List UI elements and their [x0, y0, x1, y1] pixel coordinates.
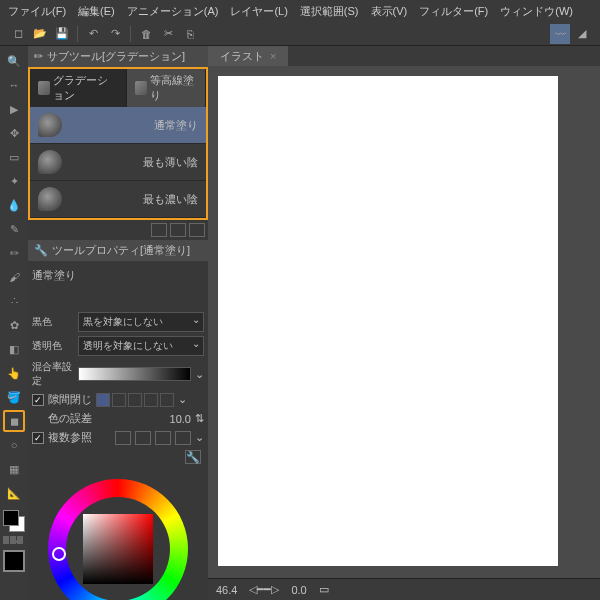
new-icon[interactable]: ◻ — [8, 24, 28, 44]
trans-dropdown[interactable]: 透明を対象にしない — [78, 336, 204, 356]
zoom-value[interactable]: 46.4 — [216, 584, 237, 596]
brush-tool-icon[interactable]: 🖌 — [3, 266, 25, 288]
canvas-area: イラスト × 46.4 ◁━━▷ 0.0 ▭ — [208, 46, 600, 600]
subtool-label: 最も濃い陰 — [68, 192, 198, 207]
gap-color-1[interactable] — [96, 393, 110, 407]
multi-checkbox[interactable] — [32, 432, 44, 444]
sv-box[interactable] — [83, 514, 153, 584]
subtool-area: グラデーション 等高線塗り 通常塗り 最も薄い陰 最も濃い陰 — [28, 67, 208, 220]
menu-view[interactable]: 表示(V) — [371, 4, 408, 19]
canvas-tab[interactable]: イラスト × — [208, 46, 288, 66]
menu-anim[interactable]: アニメーション(A) — [127, 4, 219, 19]
hue-cursor[interactable] — [52, 547, 66, 561]
prop-trans: 透明色 — [32, 339, 74, 353]
blend-gradient[interactable] — [78, 367, 191, 381]
layer-move-tool-icon[interactable]: ✥ — [3, 122, 25, 144]
menu-window[interactable]: ウィンドウ(W) — [500, 4, 573, 19]
menu-layer[interactable]: レイヤー(L) — [230, 4, 287, 19]
gap-checkbox[interactable] — [32, 394, 44, 406]
zoom-tool-icon[interactable]: 🔍 — [3, 50, 25, 72]
save-icon[interactable]: 💾 — [52, 24, 72, 44]
deco-tool-icon[interactable]: ✿ — [3, 314, 25, 336]
cut-icon[interactable]: ✂ — [158, 24, 178, 44]
mini-swatches[interactable] — [3, 536, 25, 546]
subtool-normal[interactable]: 通常塗り — [30, 107, 206, 144]
gradation-icon — [38, 81, 50, 95]
current-color[interactable] — [3, 550, 25, 572]
divider — [130, 26, 131, 42]
tab-label: グラデーション — [53, 73, 119, 103]
operation-tool-icon[interactable]: ▶ — [3, 98, 25, 120]
pencil-tool-icon[interactable]: ✏ — [3, 242, 25, 264]
undo-icon[interactable]: ↶ — [83, 24, 103, 44]
fg-color[interactable] — [3, 510, 19, 526]
toolprop-title: ツールプロパティ[通常塗り] — [52, 243, 190, 258]
stepper-icon[interactable]: ⇅ — [195, 412, 204, 425]
tab-contour[interactable]: 等高線塗り — [127, 69, 206, 107]
eyedropper-tool-icon[interactable]: 💧 — [3, 194, 25, 216]
fit-icon[interactable]: ▭ — [319, 583, 329, 596]
menu-select[interactable]: 選択範囲(S) — [300, 4, 359, 19]
brush-icon — [38, 150, 62, 174]
marquee-tool-icon[interactable]: ▭ — [3, 146, 25, 168]
gap-color-2[interactable] — [112, 393, 126, 407]
subtool-label: 通常塗り — [68, 118, 198, 133]
zoom-slider-icon[interactable]: ◁━━▷ — [249, 583, 279, 596]
ref1-icon[interactable] — [115, 431, 131, 445]
brush-icon — [38, 187, 62, 211]
snap-icon[interactable]: 〰 — [550, 24, 570, 44]
copy-icon[interactable]: ⎘ — [180, 24, 200, 44]
subtool-dark-shadow[interactable]: 最も濃い陰 — [30, 181, 206, 218]
eraser-tool-icon[interactable]: ◧ — [3, 338, 25, 360]
blend-tool-icon[interactable]: 👆 — [3, 362, 25, 384]
figure-tool-icon[interactable]: ○ — [3, 434, 25, 456]
wand-tool-icon[interactable]: ✦ — [3, 170, 25, 192]
redo-icon[interactable]: ↷ — [105, 24, 125, 44]
ref3-icon[interactable] — [155, 431, 171, 445]
wrench-icon[interactable]: 🔧 — [185, 450, 201, 464]
fg-bg-swatch[interactable] — [3, 510, 25, 532]
black-dropdown[interactable]: 黒を対象にしない — [78, 312, 204, 332]
chevron-icon[interactable]: ⌄ — [195, 431, 204, 444]
gap-color-3[interactable] — [128, 393, 142, 407]
menubar: ファイル(F) 編集(E) アニメーション(A) レイヤー(L) 選択範囲(S)… — [0, 0, 600, 22]
subtool-label: 最も薄い陰 — [68, 155, 198, 170]
contour-icon — [135, 81, 147, 95]
canvas-tab-label: イラスト — [220, 49, 264, 64]
angle-value[interactable]: 0.0 — [291, 584, 306, 596]
move-tool-icon[interactable]: ↔ — [3, 74, 25, 96]
delete-icon[interactable]: 🗑 — [136, 24, 156, 44]
delete-subtool-icon[interactable] — [189, 223, 205, 237]
frame-tool-icon[interactable]: ▦ — [3, 458, 25, 480]
duplicate-icon[interactable] — [151, 223, 167, 237]
menu-edit[interactable]: 編集(E) — [78, 4, 115, 19]
gap-color-4[interactable] — [144, 393, 158, 407]
gap-color-5[interactable] — [160, 393, 174, 407]
tol-value[interactable]: 10.0 — [159, 413, 191, 425]
canvas[interactable] — [218, 76, 558, 566]
left-panels: ✏サブツール[グラデーション] グラデーション 等高線塗り 通常塗り 最も薄い陰… — [28, 46, 208, 600]
brush-icon — [38, 113, 62, 137]
statusbar: 46.4 ◁━━▷ 0.0 ▭ — [208, 578, 600, 600]
open-icon[interactable]: 📂 — [30, 24, 50, 44]
gradient-tool-icon[interactable]: ◼ — [3, 410, 25, 432]
pen-tool-icon[interactable]: ✎ — [3, 218, 25, 240]
menu-file[interactable]: ファイル(F) — [8, 4, 66, 19]
chevron-icon[interactable]: ⌄ — [195, 368, 204, 381]
menu-filter[interactable]: フィルター(F) — [419, 4, 488, 19]
tab-gradation[interactable]: グラデーション — [30, 69, 127, 107]
color-swatches — [3, 510, 25, 572]
airbrush-tool-icon[interactable]: ∴ — [3, 290, 25, 312]
chevron-icon[interactable]: ⌄ — [178, 393, 187, 406]
ref4-icon[interactable] — [175, 431, 191, 445]
close-icon[interactable]: × — [270, 50, 276, 62]
tab-label: 等高線塗り — [150, 73, 197, 103]
prop-blend: 混合率設定 — [32, 360, 74, 388]
new-subtool-icon[interactable] — [170, 223, 186, 237]
ref2-icon[interactable] — [135, 431, 151, 445]
subtool-light-shadow[interactable]: 最も薄い陰 — [30, 144, 206, 181]
fill-tool-icon[interactable]: 🪣 — [3, 386, 25, 408]
ruler-icon[interactable]: ◢ — [572, 24, 592, 44]
ruler-tool-icon[interactable]: 📐 — [3, 482, 25, 504]
color-wheel[interactable] — [48, 479, 188, 600]
